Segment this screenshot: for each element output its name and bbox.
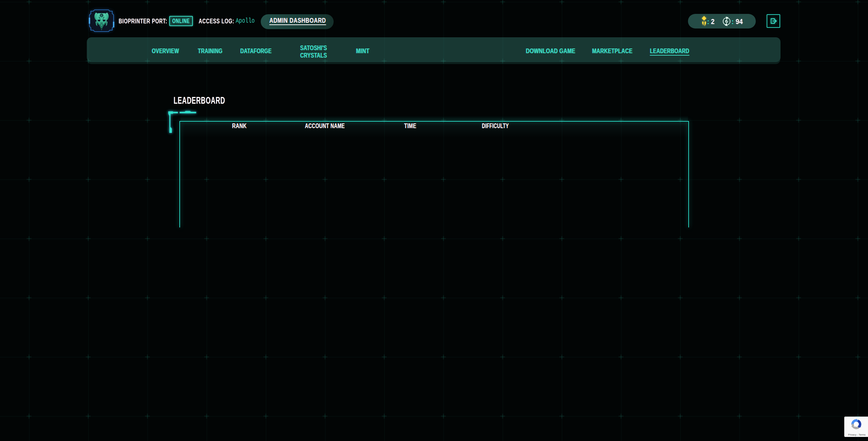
svg-text:B: B xyxy=(100,14,102,17)
